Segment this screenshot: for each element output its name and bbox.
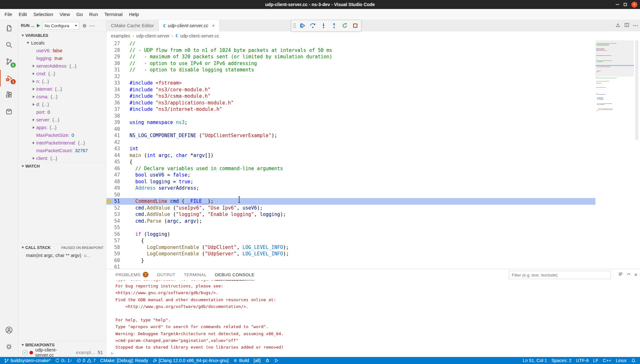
menu-edit[interactable]: Edit [15,9,30,20]
code-line-31[interactable]: 31// - option to disable logging stateme… [106,67,595,73]
cmake-tools-icon[interactable] [0,103,18,120]
line-number-43[interactable]: 43 [112,145,120,152]
line-number-36[interactable]: 36 [112,100,120,106]
stop-button[interactable] [351,22,359,29]
line-number-37[interactable]: 37 [112,106,120,113]
line-number-33[interactable]: 33 [112,80,120,87]
close-panel-icon[interactable]: × [634,272,637,278]
variable-useV6[interactable]: useV6:false [18,47,106,54]
panel-tab-output[interactable]: OUTPUT [157,269,175,280]
more-actions-icon[interactable]: ··· [89,23,95,29]
indentation-status[interactable]: Spaces: 2 [549,357,574,364]
console-filter-input[interactable] [509,271,611,279]
code-editor[interactable]: 27//28// - UDP flow from n0 to n1 of 102… [106,40,595,269]
line-number-42[interactable]: 42 [112,139,120,146]
variable-server[interactable]: server:{...} [18,116,106,124]
cursor-position-status[interactable]: Ln 51, Col 1 [520,357,549,364]
code-line-36[interactable]: 36#include "ns3/applications-module.h" [106,100,595,106]
line-number-29[interactable]: 29 [112,54,120,60]
chevron-right-icon[interactable] [31,126,36,129]
encoding-status[interactable]: UTF-8 [574,357,591,364]
drag-handle-icon[interactable] [293,23,296,28]
minimize-icon[interactable] [616,4,619,5]
run-target-icon[interactable] [272,357,281,364]
code-line-58[interactable]: 58 LogComponentEnable ("UdpClient", LOG_… [106,244,595,251]
menu-view[interactable]: View [56,9,73,20]
run-debug-icon[interactable]: 1 [0,70,18,87]
line-number-60[interactable]: 60 [112,257,120,264]
chevron-right-icon[interactable] [31,65,36,67]
variable-client[interactable]: client:{...} [18,154,106,162]
start-debug-icon[interactable] [37,24,40,28]
chevron-right-icon[interactable] [31,95,36,98]
variable-interPacketInterval[interactable]: interPacketInterval:{...} [18,139,106,147]
code-line-47[interactable]: 47 bool useV6 = false; [106,172,595,178]
variable-apps[interactable]: apps:{...} [18,124,106,131]
variable-serverAddress[interactable]: serverAddress:{...} [18,62,106,70]
debug-settings-gear-icon[interactable] [82,23,87,29]
menu-selection[interactable]: Selection [30,9,56,20]
line-number-46[interactable]: 46 [112,165,120,172]
menu-terminal[interactable]: Terminal [101,9,126,20]
chevron-right-icon[interactable] [31,119,36,121]
line-number-40[interactable]: 40 [112,126,120,133]
scope-locals[interactable]: Locals [18,39,106,47]
code-line-30[interactable]: 30// - option to use IPv4 or IPv6 addres… [106,60,595,67]
line-number-57[interactable]: 57 [112,237,120,244]
variable-logging[interactable]: logging:true [18,54,106,62]
account-icon[interactable] [0,322,18,338]
line-number-53[interactable]: 53 [112,211,120,218]
code-line-32[interactable]: 32 [106,73,595,80]
split-editor-icon[interactable] [624,22,630,29]
download-icon[interactable] [615,22,621,29]
language-mode-status[interactable]: C++ [601,357,613,364]
chevron-right-icon[interactable] [31,157,36,160]
variable-csma[interactable]: csma:{...} [18,93,106,101]
code-line-51[interactable]: 51 CommandLine cmd (__FILE__); [106,198,595,205]
menu-help[interactable]: Help [126,9,142,20]
variables-section-header[interactable]: VARIABLES [18,31,106,39]
code-line-43[interactable]: 43int [106,145,595,152]
restart-button[interactable] [341,22,349,29]
minimap-slider[interactable] [595,40,634,77]
line-number-27[interactable]: 27 [112,40,120,47]
line-number-50[interactable]: 50 [112,192,120,198]
maximize-icon[interactable] [624,3,627,6]
git-sync-status[interactable]: 0↓ 1↑ [53,357,74,364]
debug-launch-icon[interactable] [263,357,272,364]
line-number-32[interactable]: 32 [112,73,120,80]
editor-scrollbar[interactable] [635,40,639,269]
line-number-59[interactable]: 59 [112,251,120,257]
chevron-right-icon[interactable] [31,72,36,75]
line-number-52[interactable]: 52 [112,205,120,211]
cmake-kit-status[interactable]: [Clang 12.0.0 x86_64-pc-linux-gnu] [150,357,231,364]
code-line-40[interactable]: 40 [106,126,595,133]
line-number-35[interactable]: 35 [112,93,120,100]
line-number-49[interactable]: 49 [112,185,120,192]
breadcrumb-item[interactable]: udp-client-server.cc [180,33,219,38]
variable-MaxPacketSize[interactable]: MaxPacketSize:0 [18,131,106,139]
continue-button[interactable] [299,22,306,29]
panel-tab-problems[interactable]: PROBLEMS7 [115,269,148,280]
line-number-39[interactable]: 39 [112,119,120,126]
cmake-target-status[interactable]: [all] [251,357,263,364]
line-number-58[interactable]: 58 [112,244,120,251]
line-number-48[interactable]: 48 [112,178,120,185]
line-number-41[interactable]: 41 [112,132,120,139]
eol-status[interactable]: LF [591,357,601,364]
code-line-35[interactable]: 35#include "ns3/csma-module.h" [106,93,595,100]
menu-run[interactable]: Run [86,9,101,20]
menu-go[interactable]: Go [73,9,86,20]
step-into-button[interactable] [320,22,327,29]
breadcrumb-item[interactable]: udp-client-server [136,33,170,38]
line-number-38[interactable]: 38 [112,113,120,120]
search-icon[interactable] [0,37,18,53]
variable-cmd[interactable]: cmd:{...} [18,70,106,78]
variable-port[interactable]: port:0 [18,108,106,116]
code-line-37[interactable]: 37#include "ns3/internet-module.h" [106,106,595,113]
call-stack-section-header[interactable]: CALL STACK PAUSED ON BREAKPOINT [18,244,106,251]
line-number-34[interactable]: 34 [112,87,120,93]
variable-maxPacketCount[interactable]: maxPacketCount:32767 [18,147,106,154]
breakpoint-row[interactable]: ✓ udp-client-server.cc exampl… 51 [18,349,106,356]
code-line-41[interactable]: 41NS_LOG_COMPONENT_DEFINE ("UdpClientSer… [106,132,595,139]
